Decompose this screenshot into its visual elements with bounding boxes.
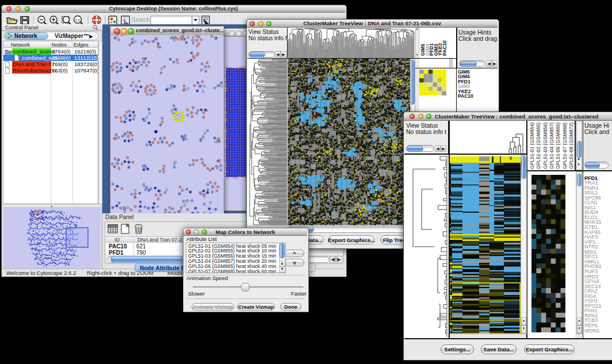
svg-text:Search:: Search:: [132, 17, 151, 23]
svg-text:1:1: 1:1: [75, 18, 81, 22]
